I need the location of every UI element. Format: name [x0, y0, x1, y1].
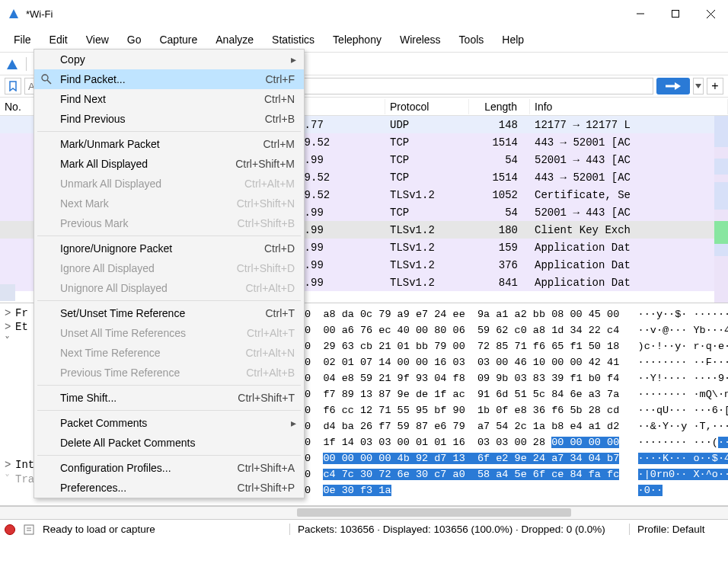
menu-item-label: Previous Mark [60, 217, 238, 229]
menu-item-shortcut: Ctrl+T [266, 307, 295, 319]
menu-item-shortcut: Ctrl+Shift+M [235, 158, 295, 170]
svg-line-27 [47, 80, 51, 84]
menu-item-mark-unmark-packet[interactable]: Mark/Unmark PacketCtrl+M [34, 134, 304, 154]
menu-item-label: Unset All Time References [60, 327, 247, 339]
menu-item-label: Packet Comments [60, 417, 295, 429]
menu-item-label: Ignore/Unignore Packet [60, 242, 264, 255]
menu-item-shortcut: Ctrl+Alt+D [245, 282, 295, 294]
capture-file-properties-icon[interactable] [23, 524, 35, 536]
menu-item-previous-time-reference: Previous Time ReferenceCtrl+Alt+B [34, 363, 304, 383]
menu-item-mark-all-displayed[interactable]: Mark All DisplayedCtrl+Shift+M [34, 154, 304, 174]
menu-item-delete-all-packet-comments[interactable]: Delete All Packet Comments [34, 433, 304, 453]
menu-item-preferences[interactable]: Preferences...Ctrl+Shift+P [34, 478, 304, 498]
minimize-button[interactable] [623, 0, 658, 27]
menu-item-next-time-reference: Next Time ReferenceCtrl+Alt+N [34, 343, 304, 363]
bookmark-icon[interactable] [5, 78, 21, 94]
menu-item-shortcut: Ctrl+Shift+P [238, 482, 295, 494]
menu-item-shortcut: Ctrl+Shift+D [237, 262, 295, 274]
menu-item-shortcut: Ctrl+Alt+T [247, 327, 295, 339]
menu-separator [37, 410, 301, 411]
menu-telephony[interactable]: Telephony [324, 30, 391, 49]
menu-item-find-next[interactable]: Find NextCtrl+N [34, 89, 304, 109]
menu-tools[interactable]: Tools [450, 30, 493, 49]
menu-go[interactable]: Go [118, 30, 151, 49]
menu-item-label: Next Mark [60, 197, 237, 210]
packet-minimap[interactable] [714, 116, 728, 303]
menu-item-label: Delete All Packet Comments [60, 437, 295, 449]
close-button[interactable] [693, 0, 728, 27]
menu-item-shortcut: Ctrl+F [266, 73, 295, 85]
column-info[interactable]: Info [530, 99, 728, 114]
svg-rect-23 [24, 525, 34, 534]
menu-item-ignore-unignore-packet[interactable]: Ignore/Unignore PacketCtrl+D [34, 239, 304, 258]
menu-item-ignore-all-displayed: Ignore All DisplayedCtrl+Shift+D [34, 258, 304, 278]
menu-item-set-unset-time-reference[interactable]: Set/Unset Time ReferenceCtrl+T [34, 303, 304, 323]
menu-item-shortcut: Ctrl+Alt+B [246, 367, 295, 379]
add-filter-button[interactable]: + [707, 78, 723, 94]
status-profile[interactable]: Profile: Default [629, 524, 728, 535]
menu-item-find-previous[interactable]: Find PreviousCtrl+B [34, 109, 304, 129]
menu-item-label: Mark/Unmark Packet [60, 138, 263, 150]
menu-item-label: Time Shift... [60, 392, 238, 404]
status-packets: Packets: 103656 · Displayed: 103656 (100… [289, 524, 629, 535]
hex-dump[interactable]: 00 a8 da 0c 79 a9 e7 24 ee 9a a1 a2 bb 0… [297, 303, 728, 505]
menu-item-label: Set/Unset Time Reference [60, 307, 266, 319]
menu-item-time-shift[interactable]: Time Shift...Ctrl+Shift+T [34, 388, 304, 408]
statusbar: Ready to load or capture Packets: 103656… [0, 519, 728, 539]
column-length[interactable]: Length [469, 99, 530, 114]
menu-item-label: Unignore All Displayed [60, 282, 245, 294]
menu-statistics[interactable]: Statistics [263, 30, 324, 49]
menu-item-label: Next Time Reference [60, 347, 245, 359]
maximize-button[interactable] [658, 0, 693, 27]
menu-separator [37, 235, 301, 236]
menu-item-shortcut: Ctrl+M [263, 138, 295, 150]
menu-item-previous-mark: Previous MarkCtrl+Shift+B [34, 213, 304, 233]
edit-menu-dropdown[interactable]: Copy▸Find Packet...Ctrl+FFind NextCtrl+N… [34, 49, 305, 498]
logo-icon [3, 55, 21, 73]
column-protocol[interactable]: Protocol [385, 99, 469, 114]
submenu-arrow-icon: ▸ [291, 53, 296, 66]
menu-separator [37, 385, 301, 386]
menu-item-shortcut: Ctrl+Alt+N [245, 347, 295, 359]
menu-item-label: Copy [60, 53, 295, 66]
menu-edit[interactable]: Edit [40, 30, 77, 49]
menu-item-configuration-profiles[interactable]: Configuration Profiles...Ctrl+Shift+A [34, 458, 304, 478]
app-icon [8, 8, 20, 20]
menu-item-find-packet[interactable]: Find Packet...Ctrl+F [34, 69, 304, 89]
menu-item-label: Ignore All Displayed [60, 262, 237, 274]
horizontal-scrollbar[interactable] [0, 506, 728, 519]
menu-help[interactable]: Help [493, 30, 533, 49]
menu-item-unmark-all-displayed: Unmark All DisplayedCtrl+Alt+M [34, 174, 304, 194]
menu-item-unset-all-time-references: Unset All Time ReferencesCtrl+Alt+T [34, 323, 304, 343]
expert-info-icon[interactable] [5, 524, 15, 535]
menu-view[interactable]: View [77, 30, 118, 49]
menu-item-shortcut: Ctrl+B [265, 113, 295, 125]
menu-item-label: Mark All Displayed [60, 158, 235, 170]
menu-separator [37, 131, 301, 132]
apply-filter-button[interactable] [656, 78, 690, 94]
menu-separator [37, 300, 301, 301]
menu-analyze[interactable]: Analyze [206, 30, 263, 49]
submenu-arrow-icon: ▸ [291, 417, 296, 429]
status-text: Ready to load or capture [43, 524, 155, 535]
menu-item-shortcut: Ctrl+Shift+B [238, 217, 295, 229]
menu-item-label: Find Next [60, 93, 264, 105]
menu-item-label: Configuration Profiles... [60, 462, 238, 474]
menu-item-shortcut: Ctrl+N [264, 93, 295, 105]
filter-history-dropdown[interactable] [693, 78, 704, 94]
menu-item-packet-comments[interactable]: Packet Comments▸ [34, 413, 304, 433]
menu-capture[interactable]: Capture [150, 30, 206, 49]
menu-wireless[interactable]: Wireless [391, 30, 450, 49]
titlebar: *Wi-Fi [0, 0, 728, 27]
window-title: *Wi-Fi [26, 8, 623, 20]
menu-file[interactable]: File [5, 30, 40, 49]
menu-item-copy[interactable]: Copy▸ [34, 50, 304, 69]
menu-item-shortcut: Ctrl+Shift+T [238, 392, 295, 404]
menu-item-unignore-all-displayed: Unignore All DisplayedCtrl+Alt+D [34, 278, 304, 298]
search-icon [40, 73, 53, 85]
menu-item-shortcut: Ctrl+Alt+M [244, 178, 295, 190]
svg-point-26 [42, 75, 48, 81]
scrollbar-thumb[interactable] [297, 508, 571, 517]
menu-item-label: Previous Time Reference [60, 367, 246, 379]
selection-indicator [0, 284, 15, 301]
